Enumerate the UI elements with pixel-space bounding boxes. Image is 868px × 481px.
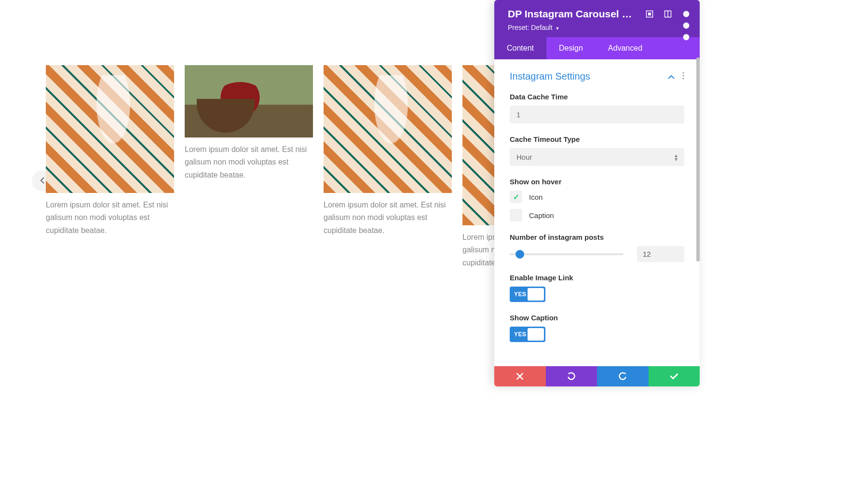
field-data-cache-time: Data Cache Time	[510, 93, 684, 124]
field-label: Number of instagram posts	[510, 233, 684, 241]
scrollbar-thumb[interactable]	[696, 57, 700, 261]
carousel-item[interactable]: Lorem ipsum dolor sit amet. Est nisi gal…	[324, 65, 452, 269]
tab-content[interactable]: Content	[494, 37, 546, 59]
svg-point-7	[682, 72, 684, 73]
preset-label: Preset:	[508, 24, 529, 31]
checkbox-icon-option[interactable]	[510, 191, 522, 203]
field-label: Enable Image Link	[510, 274, 684, 282]
svg-rect-1	[648, 13, 651, 15]
field-number-of-posts: Number of instagram posts	[510, 233, 684, 262]
field-cache-timeout-type: Cache Timeout Type Hour ▴▾	[510, 135, 684, 166]
carousel-image	[462, 65, 496, 225]
caret-down-icon: ▼	[556, 26, 560, 31]
toggle-knob	[528, 288, 544, 301]
posts-count-input[interactable]	[637, 246, 684, 262]
preset-selector[interactable]: Preset: Default ▼	[508, 24, 690, 31]
columns-icon[interactable]	[664, 10, 672, 18]
slider-thumb[interactable]	[515, 250, 524, 259]
svg-point-4	[683, 11, 690, 17]
carousel-item[interactable]: Lorem ipsum dolor sit amet. Est nisi gal…	[185, 65, 313, 269]
toggle-knob	[528, 328, 544, 341]
undo-icon	[567, 372, 576, 381]
enable-image-link-toggle[interactable]: YES	[510, 287, 545, 302]
carousel-caption: Lorem ipsum dolor sit amet. Est nisi gal…	[462, 231, 496, 269]
section-header[interactable]: Instagram Settings	[510, 71, 684, 82]
close-icon	[515, 372, 524, 381]
settings-panel: DP Instagram Carousel Sett… Preset: Defa…	[494, 0, 700, 386]
panel-header: DP Instagram Carousel Sett… Preset: Defa…	[494, 0, 700, 37]
cancel-button[interactable]	[494, 366, 546, 386]
section-more-icon[interactable]	[682, 72, 684, 82]
redo-icon	[618, 372, 627, 381]
panel-body: Instagram Settings Data Cache Time Cache…	[494, 59, 700, 366]
field-show-caption: Show Caption YES	[510, 314, 684, 342]
panel-title: DP Instagram Carousel Sett…	[508, 8, 638, 20]
field-enable-image-link: Enable Image Link YES	[510, 274, 684, 302]
checkbox-label: Caption	[529, 211, 554, 220]
field-label: Data Cache Time	[510, 93, 684, 101]
carousel-caption: Lorem ipsum dolor sit amet. Est nisi gal…	[46, 199, 174, 237]
more-icon[interactable]	[682, 10, 690, 18]
carousel-image	[324, 65, 452, 193]
save-button[interactable]	[649, 366, 700, 386]
checkbox-caption-option[interactable]	[510, 209, 522, 221]
panel-tabs: Content Design Advanced	[494, 37, 700, 59]
svg-point-6	[683, 34, 690, 41]
redo-button[interactable]	[597, 366, 649, 386]
instagram-carousel: Lorem ipsum dolor sit amet. Est nisi gal…	[46, 65, 868, 269]
svg-point-9	[682, 78, 684, 79]
toggle-label: YES	[514, 331, 527, 338]
show-caption-toggle[interactable]: YES	[510, 327, 545, 342]
undo-button[interactable]	[546, 366, 597, 386]
carousel-item[interactable]: Lorem ipsum dolor sit amet. Est nisi gal…	[46, 65, 174, 269]
check-icon	[670, 372, 678, 381]
tab-design[interactable]: Design	[546, 37, 596, 59]
carousel-image	[185, 65, 313, 137]
carousel-caption: Lorem ipsum dolor sit amet. Est nisi gal…	[185, 143, 313, 181]
cache-timeout-type-select[interactable]: Hour	[510, 148, 684, 166]
carousel-image	[46, 65, 174, 193]
panel-footer	[494, 366, 700, 386]
field-label: Show on hover	[510, 178, 684, 186]
expand-icon[interactable]	[646, 10, 653, 18]
page-canvas: Lorem ipsum dolor sit amet. Est nisi gal…	[0, 0, 868, 481]
toggle-label: YES	[514, 291, 527, 298]
field-show-on-hover: Show on hover Icon Caption	[510, 178, 684, 221]
posts-slider[interactable]	[510, 253, 624, 255]
checkbox-label: Icon	[529, 193, 542, 201]
scrollbar[interactable]	[696, 57, 700, 362]
chevron-up-icon[interactable]	[668, 72, 675, 81]
carousel-caption: Lorem ipsum dolor sit amet. Est nisi gal…	[324, 199, 452, 237]
field-label: Show Caption	[510, 314, 684, 322]
data-cache-time-input[interactable]	[510, 106, 684, 124]
section-title: Instagram Settings	[510, 71, 590, 82]
carousel-item[interactable]: Lorem ipsum dolor sit amet. Est nisi gal…	[462, 65, 496, 269]
svg-point-8	[682, 75, 684, 76]
preset-value: Default	[531, 24, 552, 31]
field-label: Cache Timeout Type	[510, 135, 684, 143]
tab-advanced[interactable]: Advanced	[596, 37, 655, 59]
chevron-left-icon	[40, 177, 45, 184]
